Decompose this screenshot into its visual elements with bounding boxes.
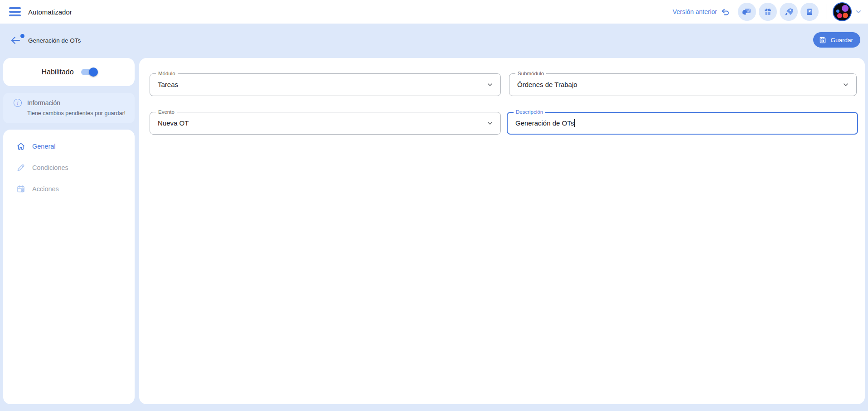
chevron-down-icon [843,82,849,88]
descripcion-value: Generación de OTs [515,119,574,127]
page-title: Generación de OTs [28,37,81,44]
info-icon: i [14,99,22,107]
info-title: Información [27,99,60,106]
save-button-label: Guardar [830,37,853,44]
text-caret [574,119,575,127]
rocket-button[interactable] [780,3,798,21]
enabled-card: Habilitado [3,58,135,86]
modulo-select[interactable]: Módulo Tareas [150,73,501,96]
chevron-down-icon [487,120,493,126]
info-message: Tiene cambios pendientes por guardar! [27,110,127,116]
back-button[interactable] [10,35,25,48]
submodulo-select[interactable]: Submódulo Órdenes de Trabajo [509,73,857,96]
pencil-icon [16,163,25,172]
account-chevron-down-icon[interactable] [855,9,862,15]
gifts-button[interactable] [759,3,777,21]
ai-chat-icon [742,7,752,17]
app-header: Automatizador Versión anterior [0,0,868,24]
header-actions: Versión anterior [673,0,862,24]
app-title: Automatizador [28,8,72,16]
previous-version-label: Versión anterior [673,8,717,15]
rocket-icon [784,7,794,17]
evento-value: Nueva OT [158,112,189,134]
section-nav: General Condiciones Acciones [3,130,135,404]
descripcion-input[interactable]: Descripción Generación de OTs [507,112,858,135]
nav-label-acciones: Acciones [32,185,59,193]
save-icon [819,36,827,44]
nav-item-general[interactable]: General [3,135,135,157]
menu-icon[interactable] [9,7,21,16]
previous-version-link[interactable]: Versión anterior [673,7,730,16]
nav-item-acciones[interactable]: Acciones [3,178,135,199]
gift-icon [763,7,772,16]
chevron-down-icon [487,82,493,88]
notes-icon [805,7,814,16]
calendar-plus-icon [16,184,25,193]
unsaved-changes-badge [20,34,24,38]
header-divider [826,4,826,19]
enabled-label: Habilitado [41,68,73,76]
evento-select[interactable]: Evento Nueva OT [150,112,501,135]
ai-chat-button[interactable] [738,3,756,21]
page-toolbar: Generación de OTs Guardar [0,24,868,53]
release-notes-button[interactable] [800,3,819,21]
nav-item-condiciones[interactable]: Condiciones [3,157,135,178]
nav-label-general: General [32,143,56,150]
enabled-toggle[interactable] [81,69,97,75]
nav-label-condiciones: Condiciones [32,164,68,171]
save-button[interactable]: Guardar [813,32,860,48]
undo-icon [721,7,730,16]
general-form-panel: Módulo Tareas Submódulo Órdenes de Traba… [139,58,865,404]
submodulo-value: Órdenes de Trabajo [517,74,577,96]
account-avatar[interactable] [833,2,852,21]
modulo-value: Tareas [158,74,178,96]
home-icon [16,142,25,151]
info-card: i Información Tiene cambios pendientes p… [3,93,135,123]
